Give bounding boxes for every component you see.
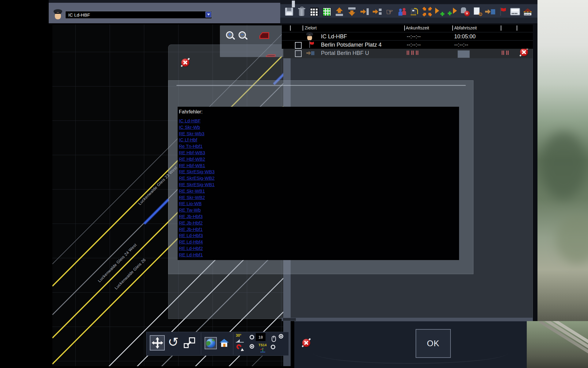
- add-after-button[interactable]: [435, 6, 445, 18]
- ok-button[interactable]: OK: [416, 329, 451, 358]
- delete-button[interactable]: [297, 6, 307, 18]
- fahrfehler-link[interactable]: RE Ld-Hbf2: [179, 245, 203, 252]
- fahrfehler-link[interactable]: RE Hbf-WB2: [179, 156, 205, 163]
- error-link-list: IC Ld-HBFIC Skr-WbRE Skr-Wb3IC Lf-HbfRe …: [179, 118, 459, 258]
- grid-white-icon: [310, 8, 318, 16]
- ts-radio[interactable]: [271, 345, 275, 349]
- arrow-down-icon: [348, 7, 356, 16]
- fahrfehler-link[interactable]: RE Hbf-WB1: [179, 163, 205, 169]
- save-button[interactable]: [284, 6, 294, 18]
- snap-radio[interactable]: [250, 344, 254, 349]
- insert-after-button[interactable]: [360, 6, 369, 18]
- world-viewport-corner: [527, 321, 588, 368]
- fahrfehler-link[interactable]: RE Skr-WB2: [179, 194, 205, 201]
- zoom-out-icon[interactable]: −: [239, 31, 246, 39]
- horizontal-scrollbar[interactable]: [282, 318, 533, 321]
- move-up-button[interactable]: [334, 6, 344, 18]
- fahrfehler-link[interactable]: RE SkrESig-WB2: [179, 175, 215, 182]
- grid-green-button[interactable]: [322, 6, 332, 18]
- display-panel-icon: [510, 8, 520, 15]
- train-select-value: IC Ld-HBF: [68, 11, 90, 18]
- col-zielort[interactable]: Zielort: [305, 25, 317, 30]
- close-icon[interactable]: [181, 58, 190, 67]
- fahrfehler-link[interactable]: RE Skr-WB1: [179, 188, 205, 194]
- angle-radio[interactable]: [250, 335, 254, 339]
- schedule-table: Zielort Ankunftszeit Abfahrtszeit IC Ld-…: [282, 25, 533, 48]
- grid-step-value[interactable]: 18: [256, 333, 266, 341]
- depot-button[interactable]: [523, 6, 533, 18]
- fahrfehler-link[interactable]: IC Ld-HBF: [179, 118, 201, 124]
- ts-mode-icon[interactable]: TS14: [258, 343, 269, 352]
- red-flag-icon: [499, 8, 506, 16]
- angle-mode-icon[interactable]: 30°: [236, 333, 247, 343]
- control-panel-button[interactable]: [510, 6, 520, 18]
- close-icon[interactable]: [302, 339, 311, 347]
- move-tool-button[interactable]: [150, 335, 165, 351]
- mouse-mode-radio[interactable]: [279, 334, 283, 339]
- fahrfehler-link[interactable]: RE SkrESig-WB1: [179, 182, 215, 188]
- fahrfehler-link[interactable]: Re Tn-Hbf1: [179, 143, 202, 150]
- globe-view-button[interactable]: [205, 337, 217, 349]
- fuel-button[interactable]: [410, 6, 420, 18]
- selected-train-segment[interactable]: [143, 198, 170, 225]
- mouse-icon: [272, 336, 276, 342]
- fahrfehler-link[interactable]: RE Hbf-WB3: [179, 150, 205, 156]
- collapse-button[interactable]: [422, 6, 432, 18]
- fahrfehler-link[interactable]: RE SkrESig-WB3: [179, 169, 215, 175]
- passengers-button[interactable]: [397, 6, 407, 18]
- trash-icon: [299, 9, 304, 16]
- cell-ankunft: --:--:--: [407, 42, 421, 48]
- red-flag-icon: [309, 41, 314, 48]
- pointer-hand-button[interactable]: ☞: [385, 6, 394, 18]
- fahrfehler-link[interactable]: RE Ld-Hbf1: [179, 252, 203, 258]
- fahrfehler-link[interactable]: RE Tw-Wb: [179, 207, 201, 213]
- insert-before-button[interactable]: [372, 6, 382, 18]
- hand-icon: ☞: [386, 8, 393, 16]
- row-checkbox[interactable]: [295, 42, 302, 49]
- scale-tool-button[interactable]: [183, 337, 195, 349]
- home-view-button[interactable]: [219, 339, 229, 347]
- remove-train-button[interactable]: ✕: [460, 6, 470, 18]
- fahrfehler-link[interactable]: RE Jb-Hbf3: [179, 213, 203, 220]
- dialog-footer: OK: [294, 321, 527, 368]
- cell-abfahrt: --:--:--: [454, 42, 468, 48]
- fahrfehler-link[interactable]: IC Lf-Hbf: [179, 137, 197, 143]
- grid-white-button[interactable]: [309, 6, 319, 18]
- zoom-in-icon[interactable]: +: [226, 31, 233, 39]
- fahrfehler-link[interactable]: RE Lio-WB: [179, 201, 202, 207]
- close-icon[interactable]: [520, 48, 528, 56]
- arrow-up-icon: [335, 7, 343, 16]
- fahrfehler-link[interactable]: RE Ld-Hbf4: [179, 239, 203, 245]
- col-abfahrtszeit[interactable]: Abfahrtszeit: [454, 25, 477, 30]
- portal-icon: [485, 9, 495, 14]
- world-viewport: [537, 0, 588, 321]
- cell-zielort: IC Ld-HBF: [321, 33, 347, 40]
- table-row[interactable]: Berlin Potsdamer Platz 4 --:--:-- --:--:…: [282, 40, 533, 49]
- add-before-button[interactable]: [447, 6, 457, 18]
- passengers-icon: [398, 8, 406, 16]
- train-select-dropdown[interactable]: IC Ld-HBF: [65, 11, 212, 19]
- move-icon: [152, 338, 163, 348]
- app-window: IC Ld-HBF ☞ ✕ ⚙: [0, 0, 588, 368]
- move-down-button[interactable]: [347, 6, 357, 18]
- scrollbar-thumb[interactable]: [283, 318, 296, 321]
- fahrfehler-link[interactable]: RE Jb-Hbf1: [179, 226, 203, 233]
- col-ankunftszeit[interactable]: Ankunftszeit: [406, 25, 429, 30]
- fahrfehler-link[interactable]: RE Skr-Wb3: [179, 131, 204, 137]
- fahrfehler-link[interactable]: RE Jb-Hbf2: [179, 220, 203, 226]
- flag-button[interactable]: [498, 6, 507, 18]
- globe-icon: [206, 339, 215, 348]
- fahrfehler-link[interactable]: RE Ld-Hbf3: [179, 232, 203, 239]
- magnet-snap-icon[interactable]: [236, 344, 243, 352]
- depot-icon: [523, 8, 532, 16]
- table-row[interactable]: IC Ld-HBF --:--:-- 10:05:00: [282, 32, 533, 40]
- send-to-portal-button[interactable]: [485, 6, 495, 18]
- rotate-tool-button[interactable]: ↺: [168, 336, 179, 349]
- cell-abfahrt: 10:05:00: [454, 33, 476, 40]
- map-edit-toolbar: ↺ 30° 18 TS14: [146, 332, 289, 356]
- document-gear-icon: ⚙: [473, 7, 482, 16]
- properties-button[interactable]: ⚙: [473, 6, 482, 18]
- signal-shape-icon[interactable]: [259, 32, 269, 39]
- chevron-down-icon[interactable]: [205, 12, 211, 17]
- fahrfehler-link[interactable]: IC Skr-Wb: [179, 124, 200, 131]
